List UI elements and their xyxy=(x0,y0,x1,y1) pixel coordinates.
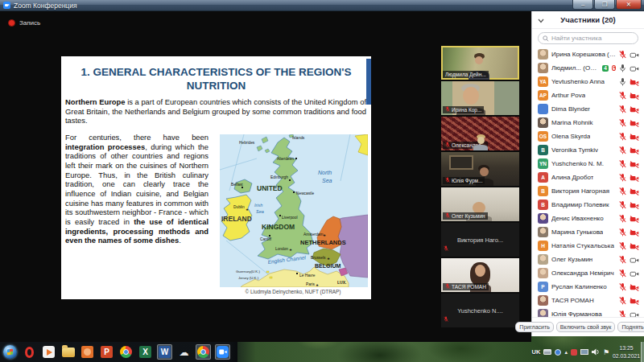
taskbar-excel-icon[interactable]: X xyxy=(138,344,153,360)
participant-row[interactable]: ННаталія Стукальська xyxy=(538,239,639,253)
participant-row[interactable]: ААлина Дробот xyxy=(538,171,639,184)
video-tile[interactable]: Олег Кузьмин xyxy=(441,187,519,221)
participant-row[interactable]: YNYushchenko N. M. xyxy=(538,157,639,171)
participant-row[interactable]: YAYevtushenko Anna xyxy=(538,75,639,88)
tray-app-icon[interactable] xyxy=(555,349,561,356)
participant-row[interactable]: APArthur Pova xyxy=(538,88,639,102)
participant-row[interactable]: Марина Гунькова xyxy=(538,225,639,239)
camera-icon[interactable] xyxy=(630,61,639,76)
system-tray[interactable]: UK ▴ ⚑ 13:25 02.03.2021 xyxy=(532,342,640,362)
taskbar-explorer-icon[interactable] xyxy=(60,344,76,360)
keyboard-icon[interactable] xyxy=(543,349,551,355)
close-button[interactable]: ✕ xyxy=(616,0,642,10)
chevron-down-icon[interactable] xyxy=(538,16,544,25)
tray-alert-icon[interactable] xyxy=(571,349,577,356)
camera-off-icon[interactable] xyxy=(630,280,639,294)
camera-off-icon[interactable] xyxy=(630,225,639,240)
taskbar-chrome-active-icon[interactable] xyxy=(196,344,211,360)
taskbar-onedrive-icon[interactable]: ☁ xyxy=(176,344,192,360)
taskbar-powerpoint-icon[interactable]: P xyxy=(99,344,114,360)
mic-muted-icon[interactable] xyxy=(619,307,626,318)
participant-row[interactable]: РРуслан Калиненко xyxy=(538,280,639,294)
camera-off-icon[interactable] xyxy=(630,116,639,130)
unmute-audio-button[interactable]: Включить свой звук xyxy=(556,322,616,332)
taskbar-photos-icon[interactable] xyxy=(80,344,95,360)
participant-row[interactable]: Олександра Нємірич xyxy=(538,266,639,280)
video-tile[interactable]: Yushchenko N.... xyxy=(441,294,519,327)
participant-row[interactable]: ТАСЯ РОМАН xyxy=(538,294,639,307)
taskbar-word-icon[interactable]: W xyxy=(157,344,172,360)
mic-muted-icon[interactable] xyxy=(619,130,626,144)
mic-muted-icon[interactable] xyxy=(619,225,626,240)
camera-off-icon[interactable] xyxy=(630,212,639,226)
mic-muted-icon[interactable] xyxy=(619,88,626,103)
minimize-button[interactable]: – xyxy=(572,0,593,10)
taskbar-start-button[interactable] xyxy=(2,344,18,360)
participant-row[interactable]: OSOlena Skyrda xyxy=(538,130,639,143)
camera-icon[interactable] xyxy=(630,253,639,267)
mic-muted-icon[interactable] xyxy=(619,266,626,281)
taskbar-zoom-icon[interactable] xyxy=(215,344,230,360)
taskbar-media-player-icon[interactable] xyxy=(41,344,56,360)
mic-muted-icon[interactable] xyxy=(619,280,626,294)
camera-off-icon[interactable] xyxy=(630,294,639,308)
map-city-belfast: Belfast xyxy=(231,183,243,187)
mic-muted-icon[interactable] xyxy=(619,47,626,62)
mic-muted-icon[interactable] xyxy=(619,294,626,308)
mic-icon[interactable] xyxy=(619,61,626,76)
participant-row[interactable]: ВVeronika Tymkiv xyxy=(538,143,639,157)
volume-icon[interactable] xyxy=(592,348,600,356)
mic-muted-icon[interactable] xyxy=(619,171,626,185)
mic-muted-icon[interactable] xyxy=(619,198,626,212)
show-desktop-button[interactable] xyxy=(641,342,644,362)
mic-muted-icon[interactable] xyxy=(619,143,626,158)
maximize-button[interactable]: ❐ xyxy=(594,0,615,10)
participant-row[interactable]: Юлія Фурманова xyxy=(538,307,639,317)
mic-icon[interactable] xyxy=(619,75,626,89)
camera-icon[interactable] xyxy=(630,307,639,318)
search-input[interactable]: Найти участника xyxy=(538,32,638,44)
participant-row[interactable]: Ирина Корешкова (Я) xyxy=(538,47,639,61)
participant-row[interactable]: Олег Кузьмин xyxy=(538,253,639,266)
mic-muted-icon[interactable] xyxy=(619,184,626,199)
video-tile[interactable]: Ирина Кор... xyxy=(441,81,519,115)
camera-icon[interactable] xyxy=(630,266,639,281)
mic-muted-icon[interactable] xyxy=(619,102,626,117)
taskbar-clock[interactable]: 13:25 02.03.2021 xyxy=(613,344,640,359)
video-tile[interactable]: ТАСЯ РОМАН xyxy=(441,258,519,292)
participant-row[interactable]: Людмил... (Организатор)4 xyxy=(538,61,639,75)
video-tile[interactable]: Людмила Дейн... xyxy=(441,46,519,80)
network-icon[interactable] xyxy=(580,349,588,355)
taskbar-chrome-icon[interactable] xyxy=(118,344,134,360)
participant-row[interactable]: Marina Rohnik xyxy=(538,116,639,130)
participant-row[interactable]: Денис Ивахненко xyxy=(538,212,639,225)
raise-hand-button[interactable]: Поднять руку xyxy=(617,322,644,332)
camera-off-icon[interactable] xyxy=(630,184,639,199)
camera-off-icon[interactable] xyxy=(630,75,639,89)
camera-icon[interactable] xyxy=(630,47,639,62)
participant-row[interactable]: ВВладимир Полевик xyxy=(538,198,639,212)
camera-off-icon[interactable] xyxy=(630,143,639,158)
mic-muted-icon[interactable] xyxy=(619,157,626,171)
mic-muted-icon[interactable] xyxy=(619,212,626,226)
camera-off-icon[interactable] xyxy=(630,102,639,117)
mic-muted-icon[interactable] xyxy=(619,116,626,130)
invite-button[interactable]: Пригласить xyxy=(515,322,553,332)
camera-off-icon[interactable] xyxy=(630,171,639,185)
action-center-flag-icon[interactable]: ⚑ xyxy=(603,348,609,356)
camera-off-icon[interactable] xyxy=(630,88,639,103)
participant-row[interactable]: ВВиктория Нагорная xyxy=(538,184,639,198)
participant-row[interactable]: Dima Blynder xyxy=(538,102,639,116)
video-tile[interactable]: Виктория Наго... xyxy=(441,223,519,257)
video-tile[interactable]: Юлія Фурм... xyxy=(441,152,519,186)
camera-off-icon[interactable] xyxy=(630,130,639,144)
camera-off-icon[interactable] xyxy=(630,157,639,171)
taskbar-opera-icon[interactable] xyxy=(22,344,37,360)
camera-off-icon[interactable] xyxy=(630,198,639,212)
mic-muted-icon[interactable] xyxy=(619,253,626,267)
camera-off-icon[interactable] xyxy=(630,239,639,253)
mic-muted-icon[interactable] xyxy=(619,239,626,253)
language-indicator[interactable]: UK xyxy=(532,348,541,356)
video-tile[interactable]: Олександра... xyxy=(441,117,519,150)
hidden-icons-caret[interactable]: ▴ xyxy=(564,349,568,356)
